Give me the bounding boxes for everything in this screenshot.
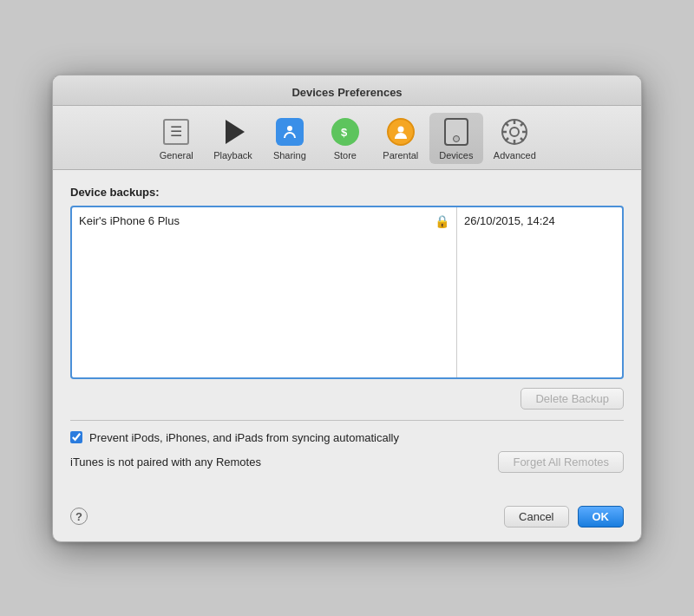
general-icon: ☰ bbox=[160, 116, 192, 147]
preferences-window: Devices Preferences ☰ General Playback bbox=[52, 75, 642, 542]
toolbar-label-store: Store bbox=[334, 150, 357, 161]
svg-line-10 bbox=[520, 138, 524, 141]
content-area: Device backups: Keir's iPhone 6 Plus 🔒 2… bbox=[53, 170, 641, 501]
table-row: Keir's iPhone 6 Plus 🔒 bbox=[79, 213, 449, 230]
backup-date: 26/10/2015, 14:24 bbox=[464, 213, 615, 229]
toolbar-label-general: General bbox=[160, 150, 193, 161]
bottom-bar: ? Cancel OK bbox=[53, 501, 641, 541]
toolbar-item-general[interactable]: ☰ General bbox=[149, 113, 203, 164]
toolbar-item-playback[interactable]: Playback bbox=[205, 113, 261, 164]
toolbar-label-playback: Playback bbox=[213, 150, 252, 161]
bottom-buttons: Cancel OK bbox=[504, 506, 624, 528]
devices-icon bbox=[441, 116, 472, 147]
window-title: Devices Preferences bbox=[291, 86, 402, 99]
toolbar-item-sharing[interactable]: Sharing bbox=[263, 113, 317, 164]
toolbar-item-parental[interactable]: Parental bbox=[374, 113, 428, 164]
toolbar-item-advanced[interactable]: Advanced bbox=[485, 113, 545, 164]
help-icon: ? bbox=[75, 510, 82, 523]
section-label: Device backups: bbox=[70, 186, 624, 199]
delete-backup-button[interactable]: Delete Backup bbox=[520, 388, 624, 410]
svg-text:$: $ bbox=[341, 126, 348, 139]
backup-device-name: Keir's iPhone 6 Plus bbox=[79, 214, 180, 227]
titlebar: Devices Preferences bbox=[53, 75, 641, 106]
cancel-button[interactable]: Cancel bbox=[504, 506, 568, 528]
remotes-row: iTunes is not paired with any Remotes Fo… bbox=[70, 451, 624, 473]
svg-line-12 bbox=[506, 138, 509, 141]
svg-point-0 bbox=[287, 126, 292, 131]
toolbar-label-devices: Devices bbox=[439, 150, 473, 161]
advanced-icon bbox=[499, 116, 530, 147]
toolbar-item-store[interactable]: $ Store bbox=[318, 113, 372, 164]
divider bbox=[70, 420, 624, 421]
svg-line-9 bbox=[506, 122, 509, 126]
parental-icon bbox=[385, 116, 416, 147]
svg-point-2 bbox=[397, 126, 403, 132]
lock-icon: 🔒 bbox=[435, 214, 449, 228]
forget-all-remotes-button[interactable]: Forget All Remotes bbox=[498, 451, 624, 473]
backup-col-name: Keir's iPhone 6 Plus 🔒 bbox=[72, 207, 457, 377]
checkbox-label: Prevent iPods, iPhones, and iPads from s… bbox=[89, 431, 399, 444]
backup-col-date: 26/10/2015, 14:24 bbox=[457, 207, 622, 377]
svg-line-11 bbox=[520, 122, 524, 126]
playback-icon bbox=[218, 116, 249, 147]
toolbar-item-devices[interactable]: Devices bbox=[429, 113, 483, 164]
svg-point-4 bbox=[510, 128, 519, 136]
prevent-sync-checkbox[interactable] bbox=[70, 431, 82, 443]
toolbar-label-advanced: Advanced bbox=[494, 150, 536, 161]
delete-backup-row: Delete Backup bbox=[70, 388, 624, 410]
remotes-label: iTunes is not paired with any Remotes bbox=[70, 455, 491, 469]
toolbar-label-parental: Parental bbox=[383, 150, 418, 161]
checkbox-row: Prevent iPods, iPhones, and iPads from s… bbox=[70, 431, 624, 444]
toolbar: ☰ General Playback Sharing bbox=[53, 106, 641, 170]
backup-table: Keir's iPhone 6 Plus 🔒 26/10/2015, 14:24 bbox=[70, 206, 624, 379]
help-button[interactable]: ? bbox=[70, 508, 88, 525]
ok-button[interactable]: OK bbox=[578, 506, 625, 528]
toolbar-label-sharing: Sharing bbox=[273, 150, 306, 161]
sharing-icon bbox=[274, 116, 305, 147]
store-icon: $ bbox=[330, 116, 361, 147]
